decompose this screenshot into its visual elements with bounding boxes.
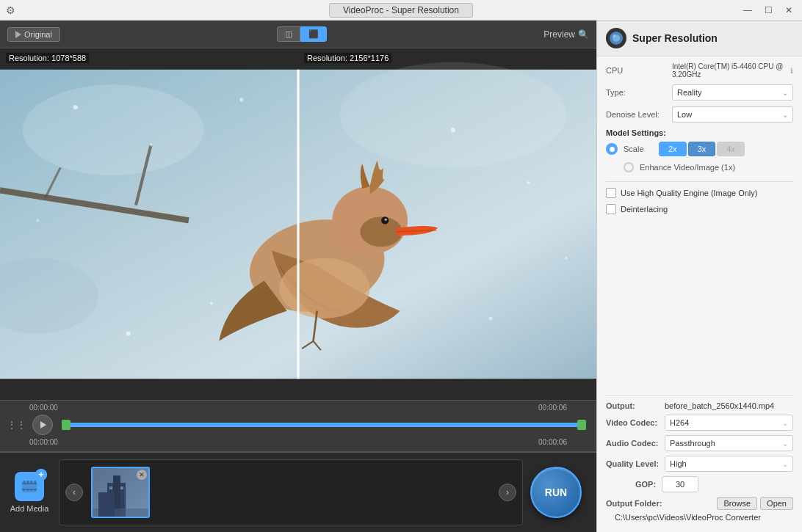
scale-3x-button[interactable]: 3x	[688, 142, 716, 156]
output-section: Output: before_batch_2560x1440.mp4 Video…	[597, 390, 802, 532]
svg-rect-37	[31, 489, 32, 491]
svg-rect-43	[109, 492, 112, 495]
svg-point-1	[23, 84, 204, 175]
gop-label: GOP:	[635, 480, 662, 489]
timeline-track-wrapper[interactable]	[62, 421, 586, 429]
svg-point-18	[73, 105, 78, 109]
svg-rect-38	[35, 489, 36, 491]
strip-nav-prev-button[interactable]: ‹	[65, 484, 83, 501]
denoise-label: Denoise Level:	[606, 110, 672, 119]
add-media-button[interactable]: + Add Media	[7, 472, 51, 513]
settings-section: CPU Intel(R) Core(TM) i5-4460 CPU @ 3.20…	[597, 57, 802, 226]
audio-codec-select[interactable]: Passthrough ⌄	[665, 435, 793, 451]
time-labels-top: 00:00:00 00:00:06	[0, 401, 596, 412]
original-button[interactable]: Original	[7, 27, 60, 42]
svg-point-2	[340, 62, 566, 168]
svg-point-26	[489, 316, 493, 320]
enhance-label: Enhance Video/Image (1x)	[640, 163, 735, 172]
type-label: Type:	[606, 88, 672, 97]
scale-radio-filled[interactable]	[606, 143, 618, 155]
full-view-button[interactable]: ⬛	[300, 26, 327, 42]
film-icon	[21, 478, 38, 495]
type-select[interactable]: Reality ⌄	[672, 84, 793, 101]
svg-point-19	[150, 144, 153, 147]
svg-rect-36	[27, 489, 29, 491]
time-end-top: 00:00:06	[538, 404, 567, 412]
output-label: Output:	[606, 401, 665, 410]
svg-point-23	[210, 302, 213, 305]
preview-toolbar: Original ◫ ⬛ Preview 🔍	[0, 21, 596, 48]
add-media-icon: +	[15, 472, 44, 501]
deinterlacing-row: Deinterlacing	[606, 204, 793, 214]
view-toggle-group: ◫ ⬛	[277, 26, 327, 42]
media-thumbnail[interactable]: ✕	[91, 467, 150, 518]
svg-point-9	[360, 216, 402, 247]
play-triangle-icon	[15, 31, 21, 38]
type-row: Type: Reality ⌄	[606, 84, 793, 101]
denoise-row: Denoise Level: Low ⌄	[606, 106, 793, 123]
svg-point-25	[527, 181, 530, 184]
title-bar-left: ⚙	[0, 4, 18, 16]
play-button[interactable]	[32, 415, 53, 435]
high-quality-row: Use High Quality Engine (Image Only)	[606, 188, 793, 198]
minimize-button[interactable]: —	[737, 2, 758, 18]
type-dropdown-icon: ⌄	[782, 89, 788, 97]
resolution-label-right: Resolution: 2156*1176	[304, 53, 391, 63]
gop-row: GOP:	[606, 476, 793, 492]
video-codec-select[interactable]: H264 ⌄	[665, 415, 793, 431]
audio-codec-value: Passthrough	[670, 439, 715, 448]
divider-1	[606, 181, 793, 182]
bird-scene-svg	[0, 48, 596, 400]
original-label: Original	[24, 30, 52, 39]
time-start-top: 00:00:00	[29, 404, 58, 412]
maximize-button[interactable]: ☐	[758, 2, 778, 18]
thumbnail-close-button[interactable]: ✕	[137, 470, 147, 480]
svg-rect-32	[27, 481, 29, 483]
strip-nav-next-button[interactable]: ›	[499, 484, 516, 501]
video-scene: Resolution: 1078*588 Resolution: 2156*11…	[0, 48, 596, 400]
high-quality-checkbox[interactable]	[606, 188, 616, 198]
quality-value: High	[670, 459, 687, 468]
spacer	[597, 226, 802, 390]
folder-path: C:\Users\pc\Videos\VideoProc Converter	[606, 513, 793, 522]
window-controls: — ☐ ✕	[737, 2, 799, 18]
denoise-select[interactable]: Low ⌄	[672, 106, 793, 123]
svg-point-27	[565, 257, 568, 260]
timeline-handle-left[interactable]	[62, 420, 71, 430]
svg-point-49	[613, 34, 615, 37]
time-start-bottom: 00:00:00	[29, 438, 58, 446]
gop-input[interactable]	[662, 476, 698, 492]
enhance-radio[interactable]	[624, 162, 634, 172]
timeline-fill	[62, 423, 586, 427]
svg-rect-33	[31, 481, 32, 483]
scale-4x-button: 4x	[717, 142, 745, 156]
split-view-button[interactable]: ◫	[277, 26, 300, 42]
video-codec-dropdown-icon: ⌄	[782, 419, 788, 427]
super-resolution-icon	[606, 28, 626, 48]
scale-2x-button[interactable]: 2x	[659, 142, 687, 156]
cpu-info-icon[interactable]: ℹ	[790, 67, 793, 75]
time-end-bottom: 00:00:06	[538, 438, 567, 446]
time-labels-bottom: 00:00:00 00:00:06	[0, 438, 596, 449]
settings-icon[interactable]: ⚙	[6, 4, 15, 16]
left-panel: Original ◫ ⬛ Preview 🔍 Resolution: 1078*…	[0, 21, 596, 532]
title-bar: ⚙ VideoProc - Super Resolution — ☐ ✕	[0, 0, 802, 21]
audio-codec-dropdown-icon: ⌄	[782, 440, 788, 448]
audio-codec-row: Audio Codec: Passthrough ⌄	[606, 435, 793, 451]
deinterlacing-checkbox[interactable]	[606, 204, 616, 214]
timeline-handle-right[interactable]	[577, 420, 586, 430]
open-button[interactable]: Open	[760, 497, 793, 510]
app-title: VideoProc - Super Resolution	[329, 3, 473, 18]
run-button[interactable]: RUN	[530, 467, 582, 518]
browse-button[interactable]: Browse	[717, 497, 757, 510]
output-folder-label: Output Folder:	[606, 499, 665, 508]
close-button[interactable]: ✕	[778, 2, 799, 18]
preview-label: Preview 🔍	[543, 29, 589, 40]
resolution-label-left: Resolution: 1078*588	[6, 53, 89, 63]
svg-point-13	[279, 258, 369, 318]
high-quality-label: Use High Quality Engine (Image Only)	[621, 189, 757, 197]
panel-title: Super Resolution	[632, 32, 718, 44]
media-strip-inner: ‹ ✕	[59, 459, 523, 525]
svg-rect-42	[109, 487, 112, 489]
quality-select[interactable]: High ⌄	[665, 456, 793, 472]
